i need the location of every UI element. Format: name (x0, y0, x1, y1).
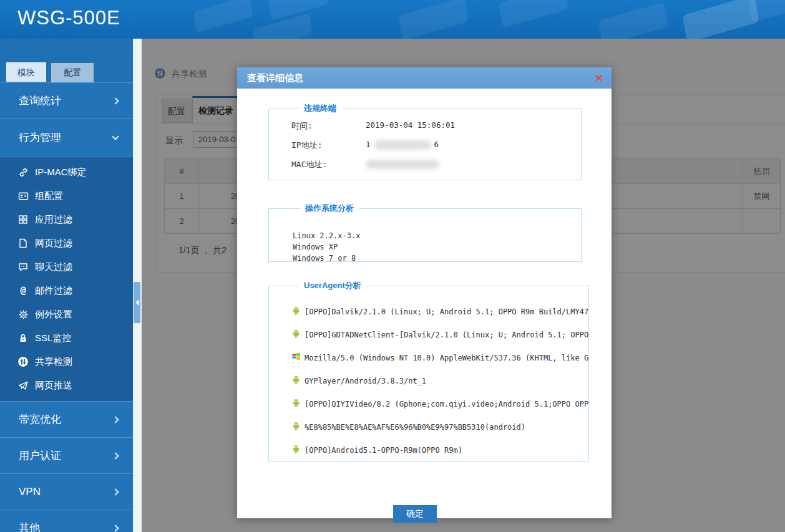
link-icon (17, 167, 29, 178)
os-line: Linux 2.2.x-3.x (293, 230, 581, 241)
sidebar-item-exception-settings[interactable]: 例外设置 (0, 302, 133, 326)
keyboard-texture (499, 0, 569, 28)
ua-item: Mozilla/5.0 (Windows NT 10.0) AppleWebKi… (291, 346, 588, 369)
android-icon (291, 375, 301, 387)
android-icon (291, 306, 301, 318)
android-icon (291, 398, 301, 410)
sidebar-item-ssl-monitor[interactable]: SSL监控 (0, 326, 133, 350)
grid-icon (17, 214, 29, 225)
sidebar-item-web-filter[interactable]: 网页过滤 (0, 231, 133, 255)
section-legend: UserAgent分析 (299, 280, 366, 291)
chevron-right-icon (112, 97, 119, 104)
modal-title: 查看详细信息 (247, 72, 595, 84)
sidebar-group-other[interactable]: 其他 (0, 510, 133, 532)
time-label: 时间: (291, 120, 366, 132)
ua-item: [OPPO]QIYIVideo/8.2 (Gphone;com.qiyi.vid… (291, 392, 588, 415)
lock-icon (17, 332, 29, 344)
section-legend: 违规终端 (299, 103, 341, 114)
sidebar-tab-config[interactable]: 配置 (51, 63, 94, 82)
chevron-right-icon (112, 416, 119, 423)
ua-item: [OPPO]Dalvik/2.1.0 (Linux; U; Android 5.… (291, 300, 588, 323)
keyboard-texture (748, 0, 785, 22)
close-icon[interactable]: × (595, 72, 603, 84)
share-detect-icon (17, 356, 29, 367)
ip-value: 16 (366, 140, 439, 151)
collapse-left-icon (135, 299, 139, 306)
sidebar-group-query-stats[interactable]: 查询统计 (0, 82, 133, 118)
chevron-right-icon (112, 488, 119, 495)
ua-item: [OPPO]GDTADNetClient-[Dalvik/2.1.0 (Linu… (291, 323, 588, 346)
at-icon: @ (17, 285, 29, 296)
os-line: Windows 7 or 8 (293, 253, 581, 264)
sidebar-group-user-auth[interactable]: 用户认证 (0, 437, 133, 473)
ok-button[interactable]: 确定 (393, 505, 437, 523)
keyboard-texture (193, 0, 253, 33)
detail-modal: 查看详细信息 × 违规终端 时间: 2019-03-04 15:06:01 IP… (237, 67, 612, 518)
ip-label: IP地址: (291, 140, 366, 151)
id-card-icon (17, 190, 29, 201)
keyboard-texture (682, 0, 759, 39)
violating-terminal-section: 违规终端 时间: 2019-03-04 15:06:01 IP地址: 16 MA… (268, 103, 582, 180)
android-icon (291, 421, 301, 433)
sidebar-submenu: IP-MAC绑定 组配置 应用过滤 网页过滤 聊天过滤 @ 邮件过滤 例外设置 (0, 156, 133, 401)
webpage-icon (17, 238, 29, 249)
chevron-right-icon (112, 525, 119, 531)
time-row: 时间: 2019-03-04 15:06:01 (291, 120, 581, 132)
ip-row: IP地址: 16 (291, 140, 581, 151)
time-value: 2019-03-04 15:06:01 (366, 120, 455, 132)
ua-item: %E8%85%BE%E8%AE%AF%E6%96%B0%E9%97%BB5310… (291, 415, 588, 438)
sidebar-item-group-config[interactable]: 组配置 (0, 184, 133, 208)
sidebar-group-behavior-mgmt[interactable]: 行为管理 (0, 118, 133, 156)
sidebar-item-share-detect[interactable]: 共享检测 (0, 350, 133, 374)
sidebar-group-vpn[interactable]: VPN (0, 473, 133, 510)
chat-icon (17, 261, 29, 273)
sidebar-item-chat-filter[interactable]: 聊天过滤 (0, 255, 133, 279)
app-title: WSG-500E (17, 7, 120, 29)
sidebar-collapse-handle[interactable] (134, 282, 140, 323)
sidebar-item-web-push[interactable]: 网页推送 (0, 374, 133, 397)
section-legend: 操作系统分析 (300, 203, 359, 214)
windows-icon (291, 352, 301, 364)
send-icon (17, 380, 29, 391)
android-icon (291, 329, 301, 341)
ua-item: [OPPO]Android5.1-OPPO-R9m(OPPO R9m) (291, 438, 588, 462)
useragent-analysis-section: UserAgent分析 [OPPO]Dalvik/2.1.0 (Linux; U… (268, 280, 589, 462)
chevron-right-icon (112, 452, 119, 459)
keyboard-texture (399, 0, 469, 39)
redacted-ip (374, 140, 431, 150)
mac-value (366, 159, 442, 170)
os-line: Windows XP (293, 241, 581, 253)
sidebar-gutter (133, 39, 142, 532)
sidebar-tab-module[interactable]: 模块 (6, 62, 46, 82)
ua-item: QYPlayer/Android/3.8.3/nt_1 (291, 369, 588, 392)
mac-label: MAC地址: (291, 159, 366, 170)
android-icon (291, 444, 301, 457)
sidebar-tab-strip: 模块 配置 (0, 39, 133, 82)
sidebar-group-bandwidth[interactable]: 带宽优化 (0, 401, 133, 437)
sidebar-item-ip-mac-binding[interactable]: IP-MAC绑定 (0, 160, 133, 184)
app-header: WSG-500E (0, 0, 785, 39)
gear-icon (17, 309, 29, 320)
sidebar: 模块 配置 查询统计 行为管理 IP-MAC绑定 组配置 应用过滤 网页过滤 聊… (0, 39, 133, 532)
modal-body: 违规终端 时间: 2019-03-04 15:06:01 IP地址: 16 MA… (237, 103, 612, 532)
chevron-down-icon (112, 133, 119, 140)
modal-header: 查看详细信息 × (237, 67, 612, 89)
sidebar-item-app-filter[interactable]: 应用过滤 (0, 208, 133, 231)
mac-row: MAC地址: (291, 159, 581, 170)
redacted-mac (366, 160, 439, 169)
sidebar-item-mail-filter[interactable]: @ 邮件过滤 (0, 279, 133, 302)
keyboard-texture (598, 2, 669, 39)
os-analysis-section: 操作系统分析 Linux 2.2.x-3.x Windows XP Window… (268, 203, 582, 262)
